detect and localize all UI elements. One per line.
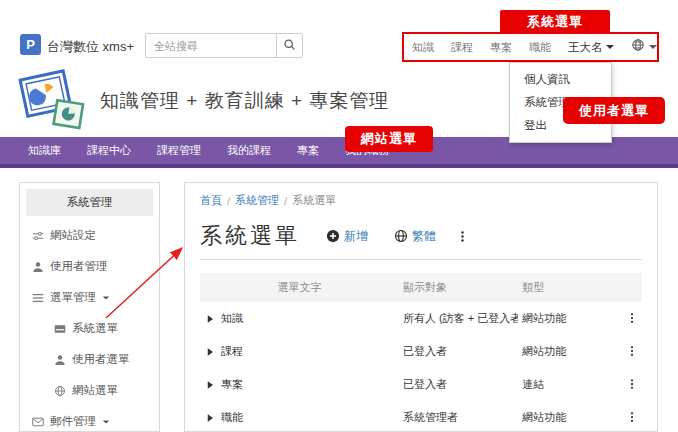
user-icon [54,354,66,366]
row-kebab-menu[interactable] [626,312,638,324]
search-icon [283,38,296,54]
row-kebab-menu[interactable] [626,411,638,423]
triangle-right-icon [204,412,216,424]
site-search [145,33,303,58]
card-icon [54,323,66,335]
menu-audience-cell: 系統管理者 [399,401,518,432]
site-banner-title: 知識管理 + 教育訓練 + 專案管理 [100,88,389,114]
language-button-label: 繁體 [412,228,436,245]
triangle-right-icon [204,346,216,358]
breadcrumb-link[interactable]: 系統管理 [235,193,279,208]
site-logo-image [16,68,88,136]
top-nav-item[interactable]: 專案 [490,40,512,55]
top-nav-annotated-box: 知識課程專案職能 王大名 [402,32,659,62]
menu-audience-cell: 已登入者 [399,335,518,368]
admin-sidebar: 系統管理 網站設定使用者管理選單管理系統選單使用者選單網站選單郵件管理版面設計 [19,182,160,432]
sidebar-item-label: 郵件管理 [50,414,96,429]
brand-name[interactable]: 台灣數位 xms+ [47,38,134,56]
top-nav-item[interactable]: 課程 [451,40,473,55]
sidebar-item-label: 系統選單 [72,321,118,336]
triangle-right-icon [204,379,216,391]
sidebar-item[interactable]: 郵件管理 [20,406,159,432]
page-kebab-menu[interactable] [456,230,469,243]
language-menu-toggle[interactable] [631,38,657,56]
chevron-down-icon [606,45,614,49]
platform-logo[interactable]: P [20,34,41,55]
navbar-item[interactable]: 我的課程 [227,143,271,158]
sidebar-item-label: 使用者選單 [72,352,130,367]
navbar-item[interactable]: 知識庫 [28,143,61,158]
table-header-actions [607,273,642,302]
sliders-icon [32,230,44,242]
chevron-down-icon [103,420,109,423]
row-kebab-menu[interactable] [626,378,638,390]
sidebar-item-label: 使用者管理 [50,259,108,274]
navbar-item[interactable]: 專案 [297,143,319,158]
sidebar-item[interactable]: 網站選單 [20,375,159,406]
row-expand-toggle[interactable]: 知識 [204,311,395,326]
menu-item-label: 專案 [221,377,243,392]
sidebar-item-label: 網站選單 [72,383,118,398]
globe-icon [394,229,408,243]
mail-icon [32,416,44,428]
table-row: 知識所有人 (訪客 + 已登入者)網站功能 [200,302,642,335]
row-expand-toggle[interactable]: 職能 [204,410,395,425]
sidebar-item-label: 網站設定 [50,228,96,243]
chevron-down-icon [103,296,109,299]
title-divider [200,259,642,260]
globe-icon [54,385,66,397]
sidebar-item[interactable]: 使用者選單 [20,344,159,375]
app-window: P 台灣數位 xms+ 系統選單 知識課程專案職能 王大名 [0,0,678,432]
table-row: 職能系統管理者網站功能 [200,401,642,432]
search-button[interactable] [276,33,303,58]
navbar-item[interactable]: 課程中心 [87,143,131,158]
annotation-user-menu-badge: 使用者選單 [563,97,665,124]
add-button[interactable]: 新增 [326,228,368,245]
row-expand-toggle[interactable]: 課程 [204,344,395,359]
globe-icon [631,38,645,56]
breadcrumb-separator: / [227,195,230,207]
menu-type-cell: 網站功能 [518,302,606,335]
user-icon [32,261,44,273]
menu-audience-cell: 所有人 (訪客 + 已登入者) [399,302,518,335]
page-title: 系統選單 [200,221,300,251]
language-button[interactable]: 繁體 [394,228,436,245]
breadcrumb: 首頁/系統管理/系統選單 [200,193,642,208]
add-button-label: 新增 [344,228,368,245]
sidebar-item[interactable]: 系統選單 [20,313,159,344]
sidebar-title: 系統管理 [26,189,153,216]
table-header: 顯示對象 [399,273,518,302]
menu-table: 選單文字顯示對象類型 知識所有人 (訪客 + 已登入者)網站功能課程已登入者網站… [200,273,642,432]
menu-item-label: 課程 [221,344,243,359]
sidebar-item[interactable]: 選單管理 [20,282,159,313]
breadcrumb-link[interactable]: 首頁 [200,193,222,208]
breadcrumb-separator: / [284,195,287,207]
menu-audience-cell: 已登入者 [399,368,518,401]
menu-type-cell: 網站功能 [518,401,606,432]
main-panel: 首頁/系統管理/系統選單 系統選單 新增 [184,182,658,432]
plus-circle-icon [326,229,340,243]
row-expand-toggle[interactable]: 專案 [204,377,395,392]
table-header: 類型 [518,273,606,302]
menu-type-cell: 網站功能 [518,335,606,368]
navbar-item[interactable]: 課程管理 [157,143,201,158]
sidebar-item-label: 選單管理 [50,290,96,305]
sidebar-item[interactable]: 使用者管理 [20,251,159,282]
menu-item-label: 職能 [221,410,243,425]
search-input[interactable] [145,33,276,58]
user-name: 王大名 [568,40,603,55]
top-nav-item[interactable]: 職能 [529,40,551,55]
row-kebab-menu[interactable] [626,345,638,357]
breadcrumb-current: 系統選單 [292,193,336,208]
menu-type-cell: 連結 [518,368,606,401]
menu-item-label: 知識 [221,311,243,326]
table-row: 專案已登入者連結 [200,368,642,401]
dropdown-item[interactable]: 個人資訊 [510,68,611,91]
annotation-site-menu-badge: 網站選單 [345,126,433,152]
sidebar-item[interactable]: 網站設定 [20,220,159,251]
top-nav-item[interactable]: 知識 [412,40,434,55]
table-row: 課程已登入者網站功能 [200,335,642,368]
table-header: 選單文字 [200,273,399,302]
triangle-right-icon [204,313,216,325]
user-menu-toggle[interactable]: 王大名 [568,40,614,55]
